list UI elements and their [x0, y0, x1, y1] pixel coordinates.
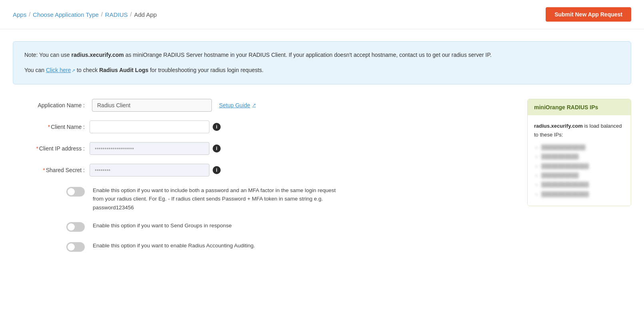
- form-main: Application Name : Setup Guide ↗ *Client…: [13, 99, 511, 261]
- breadcrumb-sep-1: /: [29, 11, 30, 18]
- sidebar-card-header: miniOrange RADIUS IPs: [528, 99, 631, 115]
- app-name-input[interactable]: [92, 99, 212, 112]
- shared-secret-input[interactable]: [90, 164, 209, 177]
- toggle2-slider: [66, 222, 85, 232]
- page-wrapper: Apps / Choose Application Type / RADIUS …: [0, 0, 644, 309]
- click-here-link[interactable]: Click here↗: [46, 67, 75, 73]
- client-name-input-wrap: i: [90, 120, 221, 133]
- shared-secret-input-wrap: i: [90, 164, 221, 177]
- ip-list-item: ███████████: [541, 152, 624, 161]
- breadcrumb-radius[interactable]: RADIUS: [105, 11, 128, 18]
- ip-list-item: ███████████: [541, 171, 624, 179]
- radius-hostname: radius.xecurify.com: [72, 52, 124, 58]
- client-name-label: *Client Name :: [13, 120, 85, 130]
- toggle2-row: Enable this option if you want to Send G…: [13, 221, 511, 232]
- header-bar: Apps / Choose Application Type / RADIUS …: [0, 0, 644, 29]
- client-ip-info-icon[interactable]: i: [213, 144, 221, 152]
- client-name-input[interactable]: [90, 120, 209, 133]
- breadcrumb-sep-2: /: [101, 11, 103, 18]
- ip-list-item: ██████████████: [541, 190, 624, 198]
- toggle3[interactable]: [66, 242, 85, 252]
- toggle2[interactable]: [66, 222, 85, 232]
- sidebar-description: radius.xecurify.com is load balanced to …: [534, 122, 624, 139]
- app-name-row: Application Name : Setup Guide ↗: [13, 99, 511, 112]
- client-ip-input[interactable]: [90, 142, 209, 155]
- sidebar-card-body: radius.xecurify.com is load balanced to …: [528, 115, 631, 206]
- toggle3-slider: [66, 242, 85, 252]
- breadcrumb: Apps / Choose Application Type / RADIUS …: [13, 11, 157, 18]
- client-name-row: *Client Name : i: [13, 120, 511, 133]
- sidebar-card: miniOrange RADIUS IPs radius.xecurify.co…: [527, 99, 631, 207]
- sidebar-hostname: radius.xecurify.com: [534, 123, 583, 129]
- client-name-info-icon[interactable]: i: [213, 123, 221, 131]
- toggle1-slider: [66, 187, 85, 197]
- breadcrumb-add-app: Add App: [134, 11, 157, 18]
- client-ip-input-wrap: i: [90, 142, 221, 155]
- submit-new-app-button[interactable]: Submit New App Request: [546, 7, 631, 22]
- setup-guide-ext-icon: ↗: [252, 102, 256, 108]
- shared-secret-label: *Shared Secret :: [13, 164, 85, 173]
- breadcrumb-sep-3: /: [130, 11, 132, 18]
- toggle3-row: Enable this option if you want to enable…: [13, 241, 511, 252]
- app-name-label: Application Name :: [13, 102, 85, 108]
- breadcrumb-apps[interactable]: Apps: [13, 11, 26, 18]
- external-link-icon: ↗: [72, 67, 75, 74]
- shared-secret-row: *Shared Secret : i: [13, 164, 511, 177]
- breadcrumb-choose-app-type[interactable]: Choose Application Type: [33, 11, 99, 18]
- ip-list-item: ██████████████: [541, 162, 624, 170]
- form-section: Application Name : Setup Guide ↗ *Client…: [13, 99, 631, 261]
- client-ip-row: *Client IP address : i: [13, 142, 511, 155]
- main-content: Note: You can use radius.xecurify.com as…: [0, 29, 644, 273]
- ip-list-item: ██████████████: [541, 181, 624, 189]
- audit-logs-label: Radius Audit Logs: [99, 67, 148, 73]
- toggle1[interactable]: [66, 187, 85, 197]
- toggle1-row: Enable this option if you want to includ…: [13, 185, 511, 212]
- info-box: Note: You can use radius.xecurify.com as…: [13, 41, 631, 84]
- setup-guide-link[interactable]: Setup Guide ↗: [219, 102, 256, 108]
- toggle1-desc: Enable this option if you want to includ…: [93, 185, 341, 212]
- toggle3-desc: Enable this option if you want to enable…: [93, 241, 255, 250]
- info-line2: You can Click here↗ to check Radius Audi…: [24, 66, 620, 75]
- ip-list: █████████████ ███████████ ██████████████…: [534, 143, 624, 198]
- toggle2-desc: Enable this option if you want to Send G…: [93, 221, 231, 230]
- info-line1: Note: You can use radius.xecurify.com as…: [24, 50, 620, 60]
- client-ip-label: *Client IP address :: [13, 142, 85, 152]
- shared-secret-info-icon[interactable]: i: [213, 166, 221, 174]
- ip-list-item: █████████████: [541, 143, 624, 151]
